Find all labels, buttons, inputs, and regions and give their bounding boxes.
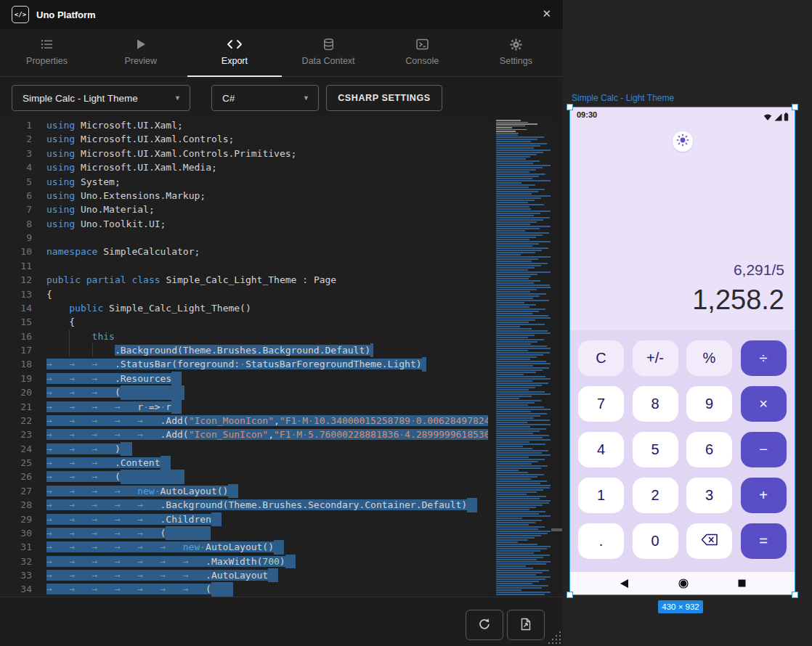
frame-handle-bottom-left[interactable]	[567, 592, 573, 598]
code-line[interactable]: 11	[0, 259, 488, 273]
code-line[interactable]: 20→→→(	[0, 385, 488, 399]
minimap-selection-line	[496, 565, 526, 567]
design-canvas[interactable]: Simple Calc - Light Theme 09:30	[563, 0, 812, 646]
key-decimal[interactable]: .	[578, 523, 624, 559]
code-line[interactable]: 32→→→→→→→.MaxWidth(700)	[0, 555, 488, 568]
editor-minimap[interactable]	[496, 118, 551, 598]
device-frame[interactable]: 09:30	[569, 107, 795, 595]
code-line[interactable]: 34→→→→→→→(	[0, 582, 488, 596]
key-two[interactable]: 2	[633, 478, 678, 513]
resize-grip[interactable]	[545, 628, 562, 646]
artboard-label[interactable]: Simple Calc - Light Theme	[572, 93, 674, 103]
code-line[interactable]: 30→→→→→(	[0, 526, 488, 540]
code-line[interactable]: 22→→→→→.Add("Icon_MoonIcon","F1·M·10.340…	[0, 414, 488, 428]
code-line[interactable]: 15 {	[0, 315, 488, 329]
nav-back-icon[interactable]	[620, 578, 629, 589]
code-line[interactable]: 23→→→→→.Add("Icon_SunIcon","F1·M·5.76000…	[0, 428, 488, 441]
key-backspace[interactable]	[686, 523, 732, 559]
key-four[interactable]: 4	[578, 432, 624, 467]
code-line[interactable]: 5using System;	[0, 175, 488, 189]
tab-properties[interactable]: Properties	[0, 29, 94, 76]
key-three[interactable]: 3	[686, 478, 732, 513]
code-line[interactable]: 7using Uno.Material;	[0, 203, 488, 216]
tab-settings[interactable]: Settings	[469, 29, 563, 76]
key-five[interactable]: 5	[633, 432, 678, 467]
code-line[interactable]: 18→→→.StatusBar(foreground:·StatusBarFor…	[0, 357, 488, 371]
key-nine[interactable]: 9	[686, 386, 732, 422]
language-select[interactable]: C# ▼	[211, 85, 319, 111]
code-line[interactable]: 13{	[0, 287, 488, 301]
code-line[interactable]: 21→→→→r·=>·r	[0, 400, 488, 414]
data-context-icon	[323, 38, 334, 52]
code-line[interactable]: 17 .Background(Theme.Brushes.Background.…	[0, 343, 488, 357]
code-editor[interactable]: 1using Microsoft.UI.Xaml;2using Microsof…	[0, 118, 488, 597]
key-multiply[interactable]: ×	[741, 386, 787, 422]
line-content: →→→→→→new·AutoLayout()	[46, 540, 284, 554]
code-line[interactable]: 6using Uno.Extensions.Markup;	[0, 189, 488, 203]
minimap-selection-line	[496, 171, 529, 173]
close-icon[interactable]: ✕	[542, 7, 551, 20]
frame-handle-top-right[interactable]	[792, 104, 798, 110]
key-zero[interactable]: 0	[633, 523, 678, 559]
code-line[interactable]: 28→→→→→.Background(Theme.Brushes.Seconda…	[0, 498, 488, 512]
code-line[interactable]: 10namespace SimpleCalculator;	[0, 245, 488, 258]
code-line[interactable]: 31→→→→→→new·AutoLayout()	[0, 540, 488, 554]
code-line[interactable]: 26→→→(	[0, 470, 488, 483]
code-line[interactable]: 14 public Simple_Calc_Light_Theme()	[0, 301, 488, 315]
minimap-selection-line	[496, 326, 520, 327]
key-seven[interactable]: 7	[578, 386, 624, 422]
line-number: 12	[0, 273, 32, 287]
code-line[interactable]: 9	[0, 231, 488, 245]
tab-export[interactable]: Export	[187, 29, 281, 76]
frame-handle-top-left[interactable]	[567, 104, 573, 110]
code-line[interactable]: 3using Microsoft.UI.Xaml.Controls.Primit…	[0, 147, 488, 160]
code-line[interactable]: 33→→→→→→→.AutoLayout	[0, 568, 488, 582]
refresh-button[interactable]	[466, 610, 503, 640]
theme-toggle-button[interactable]	[673, 131, 693, 152]
refresh-icon	[478, 618, 491, 633]
code-line[interactable]: 29→→→→→.Children	[0, 512, 488, 526]
code-line[interactable]: 19→→→.Resources	[0, 372, 488, 385]
minimap-selection-line	[496, 374, 524, 375]
code-line[interactable]: 1using Microsoft.UI.Xaml;	[0, 118, 488, 132]
tab-console[interactable]: Console	[375, 29, 469, 76]
code-line[interactable]: 27→→→→new·AutoLayout()	[0, 484, 488, 498]
component-select[interactable]: Simple Calc - Light Theme ▼	[12, 85, 190, 111]
minimap-selection-line	[496, 191, 538, 192]
code-line[interactable]: 24→→→)	[0, 442, 488, 456]
code-line[interactable]: 25→→→.Content	[0, 456, 488, 470]
code-line[interactable]: 8using Uno.Toolkit.UI;	[0, 217, 488, 231]
minimap-selection-line	[496, 546, 551, 547]
minimap-selection-line	[496, 537, 535, 539]
frame-handle-bottom-right[interactable]	[792, 592, 798, 598]
nav-recents-icon[interactable]	[738, 579, 746, 587]
minimap-selection-line	[496, 552, 534, 554]
tab-preview[interactable]: Preview	[94, 29, 187, 76]
key-clear[interactable]: C	[578, 340, 624, 376]
minimap-selection-line	[496, 304, 536, 306]
nav-home-icon[interactable]	[678, 578, 689, 589]
minimap-selection-line	[496, 396, 532, 397]
key-subtract[interactable]: −	[741, 432, 787, 467]
minimap-selection-line	[496, 367, 549, 369]
line-number: 9	[0, 231, 32, 245]
key-six[interactable]: 6	[686, 432, 732, 467]
key-plus-minus[interactable]: +/-	[633, 340, 678, 376]
tab-data-context[interactable]: Data Context	[282, 29, 375, 76]
code-line[interactable]: 12public partial class Simple_Calc_Light…	[0, 273, 488, 287]
key-add[interactable]: +	[741, 478, 787, 513]
code-line[interactable]: 16 this	[0, 330, 488, 343]
key-percent[interactable]: %	[686, 340, 732, 376]
editor-scrollbar[interactable]	[551, 528, 562, 531]
code-line[interactable]: 2using Microsoft.UI.Xaml.Controls;	[0, 132, 488, 146]
line-number: 31	[0, 540, 32, 554]
csharp-settings-button[interactable]: CSHARP SETTINGS	[326, 85, 442, 111]
export-file-button[interactable]	[507, 610, 545, 640]
minimap-line	[496, 126, 525, 127]
key-eight[interactable]: 8	[633, 386, 678, 422]
key-one[interactable]: 1	[578, 478, 624, 513]
key-equals[interactable]: =	[741, 523, 787, 559]
code-line[interactable]: 4using Microsoft.UI.Xaml.Media;	[0, 160, 488, 174]
minimap-selection-line	[496, 289, 537, 290]
key-divide[interactable]: ÷	[741, 340, 787, 376]
